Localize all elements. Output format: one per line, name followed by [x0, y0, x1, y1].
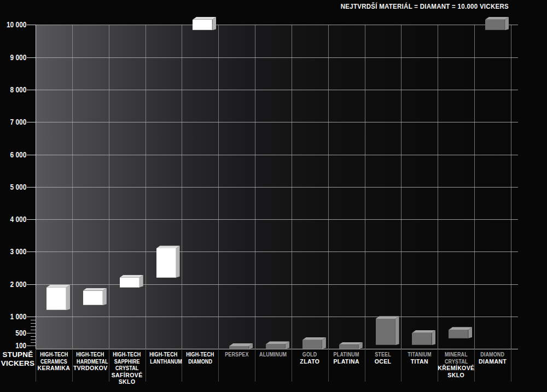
y-major-tick [27, 284, 36, 285]
y-major-tick [27, 25, 36, 25]
bar-platinum-face-front [339, 345, 359, 349]
horizontal-gridline [36, 25, 518, 25]
bar-mineral-crystal-face-front [449, 330, 468, 338]
horizontal-gridline [36, 251, 518, 252]
y-major-tick [27, 122, 36, 122]
y-axis-line [36, 25, 36, 349]
bar-gold [302, 337, 326, 349]
y-tick-label: 10 000 [7, 20, 26, 29]
material-label-high-tech-hardmetal: HIGH-TECHHARDMETALTVRDOKOV [72, 351, 109, 372]
bar-high-tech-lanthanum [156, 245, 180, 277]
material-label-perspex: PERSPEX [218, 351, 255, 358]
bar-diamond [485, 17, 509, 31]
material-name-cz: OCEL [365, 358, 401, 365]
y-major-tick [27, 187, 36, 188]
bar-high-tech-hardmetal-face-front [83, 291, 103, 306]
material-name-cz: PLATINA [328, 358, 365, 365]
material-label-titanium: TITANIUMTITAN [401, 351, 438, 365]
bar-steel-face-front [376, 319, 395, 345]
material-name-en: HIGH-TECH [72, 351, 109, 358]
bar-high-tech-sapphire-crystal-face-front [120, 278, 139, 288]
y-tick-label: 500 [15, 329, 26, 337]
material-name-cz: SKLO [438, 372, 474, 379]
bar-steel [376, 316, 399, 345]
y-major-tick [27, 90, 36, 90]
bar-high-tech-sapphire-crystal [120, 275, 143, 288]
y-major-tick [27, 317, 36, 317]
x-baseline [36, 349, 518, 349]
bar-aluminum [266, 341, 289, 349]
bar-platinum [339, 342, 363, 349]
horizontal-gridline [36, 155, 518, 155]
bar-high-tech-lanthanum-face-front [156, 248, 176, 277]
material-name-en: CRYSTAL [109, 365, 146, 372]
y-major-tick [27, 219, 36, 220]
material-name-en: LANTHANUM [146, 358, 182, 365]
hardness-chart: NEJTVRDŠÍ MATERIÁL = DIAMANT = 10.000 VI… [0, 0, 547, 392]
y-major-tick [27, 155, 36, 155]
y-minor-tick [31, 340, 36, 340]
material-name-en: PERSPEX [218, 351, 255, 358]
material-label-steel: STEELOCEL [365, 351, 401, 365]
y-tick-label: 3 000 [10, 247, 26, 256]
material-label-gold: GOLDZLATO [292, 351, 328, 365]
bar-perspex [229, 343, 253, 349]
material-name-en: HIGH-TECH [36, 351, 72, 358]
material-name-en: DIAMOND [182, 358, 218, 365]
bar-high-tech-lanthanum-face-right [176, 245, 180, 277]
material-name-cz: SAFÍROVÉ [109, 372, 146, 379]
material-name-cz: KŘEMÍKOVÉ [438, 365, 474, 372]
y-minor-tick [31, 346, 36, 346]
y-major-tick [27, 57, 36, 58]
material-name-en: HIGH-TECH [182, 351, 218, 358]
horizontal-gridline [36, 187, 518, 188]
material-name-en: CERAMICS [36, 358, 72, 365]
label-separator [511, 349, 511, 382]
bar-high-tech-diamond [193, 17, 216, 31]
y-minor-tick [31, 333, 36, 334]
y-tick-label: 5 000 [10, 183, 26, 191]
bar-high-tech-ceramics [46, 285, 70, 311]
material-name-en: GOLD [292, 351, 328, 358]
material-label-mineral-crystal: MINERALCRYSTALKŘEMÍKOVÉSKLO [438, 351, 474, 378]
bar-high-tech-hardmetal [83, 288, 107, 306]
bar-titanium-face-front [412, 333, 432, 346]
bar-high-tech-ceramics-face-front [46, 288, 66, 311]
y-minor-tick [31, 342, 36, 343]
material-label-high-tech-lanthanum: HIGH-TECHLANTHANUM [146, 351, 182, 365]
material-name-en: STEEL [365, 351, 401, 358]
bar-high-tech-diamond-face-front [193, 20, 212, 31]
y-major-tick [27, 251, 36, 252]
material-label-high-tech-ceramics: HIGH-TECHCERAMICSKERAMIKA [36, 351, 72, 372]
bar-aluminum-face-front [266, 344, 286, 349]
material-label-aluminum: ALUMINUM [255, 351, 292, 358]
material-name-en: PLATINUM [328, 351, 365, 358]
material-name-en: DIAMOND [474, 351, 511, 358]
y-tick-label: 9 000 [10, 53, 26, 62]
material-name-cz: SKLO [109, 378, 146, 385]
material-name-en: MINERAL [438, 351, 474, 358]
material-name-cz: DIAMANT [474, 358, 511, 365]
material-name-cz: KERAMIKA [36, 365, 72, 372]
bar-diamond-face-front [485, 20, 505, 31]
bar-high-tech-hardmetal-face-right [103, 288, 107, 306]
y-axis-caption-line1: STUPNĚ [3, 350, 33, 359]
material-name-cz: ZLATO [292, 358, 328, 365]
bar-steel-face-right [395, 316, 399, 345]
y-tick-label: 4 000 [10, 215, 26, 224]
material-name-en: HARDMETAL [72, 358, 109, 365]
y-minor-tick [31, 323, 36, 324]
horizontal-gridline [36, 90, 518, 90]
material-name-en: HIGH-TECH [109, 351, 146, 358]
material-label-diamond: DIAMONDDIAMANT [474, 351, 511, 365]
horizontal-gridline [36, 57, 518, 58]
y-tick-label: 100 [15, 341, 26, 350]
horizontal-gridline [36, 219, 518, 220]
bar-gold-face-front [302, 340, 322, 349]
y-tick-label: 1 000 [10, 312, 26, 321]
bar-mineral-crystal [449, 327, 472, 338]
horizontal-gridline [36, 284, 518, 285]
material-label-platinum: PLATINUMPLATINA [328, 351, 365, 365]
y-minor-tick [31, 330, 36, 330]
material-name-en: TITANIUM [401, 351, 438, 358]
